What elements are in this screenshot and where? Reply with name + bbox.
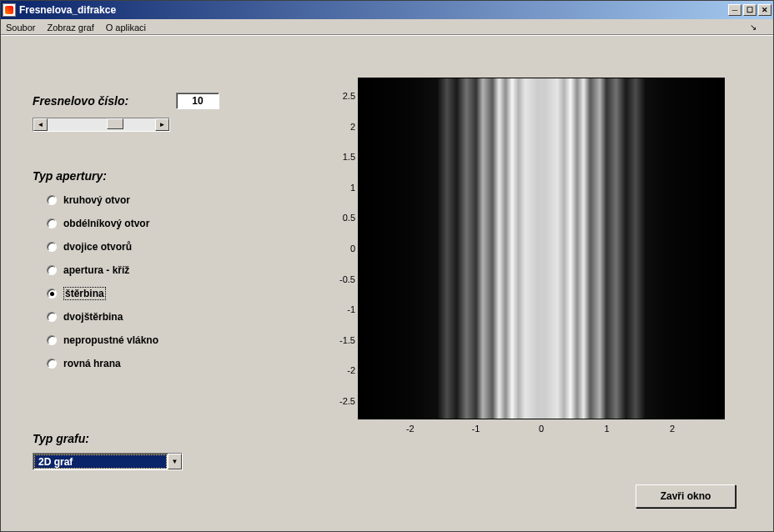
- y-tick-label: -0.5: [330, 274, 355, 284]
- y-tick-label: 2: [330, 122, 355, 132]
- aperture-radio-7[interactable]: rovná hrana: [47, 358, 230, 369]
- x-tick-label: 1: [605, 424, 610, 434]
- y-tick-label: -1: [330, 304, 355, 314]
- menu-o-aplikaci[interactable]: O aplikaci: [106, 23, 146, 33]
- maximize-button[interactable]: ☐: [743, 4, 756, 16]
- x-tick-label: 2: [670, 424, 675, 434]
- y-tick-label: 2.5: [330, 91, 355, 101]
- radio-label: dvojštěrbina: [63, 311, 123, 323]
- y-tick-label: -2: [330, 365, 355, 375]
- fresnel-slider[interactable]: ◄ ►: [33, 118, 170, 132]
- graph-type-dropdown[interactable]: 2D graf ▼: [33, 453, 183, 470]
- slider-thumb[interactable]: [107, 118, 123, 129]
- y-tick-label: 0: [330, 243, 355, 253]
- radio-icon[interactable]: [47, 195, 57, 205]
- menu-zobraz-graf[interactable]: Zobraz graf: [47, 23, 93, 33]
- aperture-radio-2[interactable]: dvojice otvorů: [47, 241, 230, 253]
- y-tick-label: -1.5: [330, 335, 355, 345]
- aperture-radio-3[interactable]: apertura - kříž: [47, 264, 230, 276]
- aperture-radio-5[interactable]: dvojštěrbina: [47, 311, 230, 323]
- client-area: Fresnelovo číslo: 10 ◄ ► Typ apertury: k…: [1, 36, 773, 531]
- radio-label: apertura - kříž: [63, 264, 129, 276]
- diffraction-heatmap: [359, 78, 724, 419]
- x-tick-label: -2: [406, 424, 415, 434]
- close-window-action-button[interactable]: Zavři okno: [636, 484, 736, 508]
- menubar-chevron-icon[interactable]: ↘: [750, 23, 756, 32]
- aperture-radio-group: kruhový otvorobdélníkový otvordvojice ot…: [47, 194, 230, 381]
- x-tick-label: 0: [539, 424, 544, 434]
- slider-track[interactable]: [48, 118, 155, 131]
- radio-label: nepropustné vlákno: [63, 334, 158, 346]
- aperture-radio-0[interactable]: kruhový otvor: [47, 194, 230, 206]
- plot-axes: [358, 78, 725, 419]
- radio-icon[interactable]: [47, 242, 57, 252]
- radio-icon[interactable]: [47, 218, 57, 228]
- titlebar[interactable]: Fresnelova_difrakce ─ ☐ ✕: [1, 1, 773, 19]
- y-tick-label: 1.5: [330, 152, 355, 162]
- y-tick-label: -2.5: [330, 396, 355, 406]
- dropdown-arrow-icon[interactable]: ▼: [168, 454, 182, 469]
- menubar: Soubor Zobraz graf O aplikaci ↘: [1, 19, 773, 36]
- radio-label: štěrbina: [63, 288, 106, 299]
- close-window-button[interactable]: ✕: [758, 4, 771, 16]
- aperture-radio-4[interactable]: štěrbina: [47, 288, 230, 299]
- x-tick-label: -1: [472, 424, 480, 434]
- radio-label: kruhový otvor: [63, 194, 130, 206]
- radio-icon[interactable]: [47, 289, 57, 299]
- radio-icon[interactable]: [47, 335, 57, 345]
- slider-right-arrow-icon[interactable]: ►: [155, 118, 169, 131]
- radio-label: obdélníkový otvor: [63, 218, 149, 229]
- graph-type-label: Typ grafu:: [33, 432, 89, 445]
- graph-type-selected: 2D graf: [34, 454, 167, 469]
- app-window: Fresnelova_difrakce ─ ☐ ✕ Soubor Zobraz …: [0, 0, 774, 532]
- fresnel-number-value[interactable]: 10: [176, 93, 219, 109]
- radio-icon[interactable]: [47, 265, 57, 275]
- minimize-button[interactable]: ─: [728, 4, 741, 16]
- window-title: Fresnelova_difrakce: [19, 4, 728, 16]
- radio-label: rovná hrana: [63, 358, 121, 369]
- y-tick-label: 1: [330, 183, 355, 193]
- y-tick-label: 0.5: [330, 213, 355, 223]
- aperture-radio-6[interactable]: nepropustné vlákno: [47, 334, 230, 346]
- aperture-radio-1[interactable]: obdélníkový otvor: [47, 218, 230, 229]
- slider-left-arrow-icon[interactable]: ◄: [33, 118, 48, 131]
- radio-icon[interactable]: [47, 312, 57, 322]
- fresnel-number-label: Fresnelovo číslo:: [33, 94, 128, 108]
- plot-area: -2.5-2-1.5-1-0.500.511.522.5-2-1012: [318, 78, 743, 461]
- radio-label: dvojice otvorů: [63, 241, 132, 253]
- aperture-type-label: Typ apertury:: [33, 169, 107, 183]
- radio-icon[interactable]: [47, 359, 57, 369]
- menu-soubor[interactable]: Soubor: [6, 23, 35, 33]
- app-icon: [3, 3, 16, 17]
